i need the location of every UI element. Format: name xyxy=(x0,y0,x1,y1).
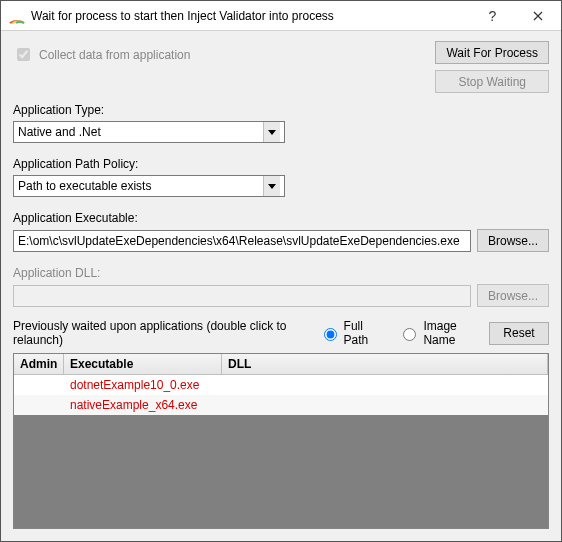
cell-executable: nativeExample_x64.exe xyxy=(64,398,222,412)
browse-executable-button[interactable]: Browse... xyxy=(477,229,549,252)
window-title: Wait for process to start then Inject Va… xyxy=(31,9,470,23)
radio-image-name-label: Image Name xyxy=(423,319,481,347)
path-policy-value: Path to executable exists xyxy=(18,179,151,193)
dll-label: Application DLL: xyxy=(13,266,549,280)
executable-input[interactable]: E:\om\c\svlUpdateExeDependencies\x64\Rel… xyxy=(13,230,471,252)
reset-button[interactable]: Reset xyxy=(489,322,549,345)
radio-full-path-label: Full Path xyxy=(344,319,383,347)
table-row[interactable]: dotnetExample10_0.exe xyxy=(14,375,548,395)
column-admin[interactable]: Admin xyxy=(14,354,64,375)
chevron-down-icon xyxy=(263,122,280,142)
chevron-down-icon xyxy=(263,176,280,196)
table-row[interactable]: nativeExample_x64.exe xyxy=(14,395,548,415)
close-button[interactable] xyxy=(515,1,561,30)
app-icon xyxy=(9,8,25,24)
previous-apps-table: Admin Executable DLL dotnetExample10_0.e… xyxy=(13,353,549,529)
table-body: dotnetExample10_0.exenativeExample_x64.e… xyxy=(14,375,548,415)
wait-for-process-button[interactable]: Wait For Process xyxy=(435,41,549,64)
radio-full-path[interactable]: Full Path xyxy=(319,319,383,347)
application-type-label: Application Type: xyxy=(13,103,549,117)
executable-label: Application Executable: xyxy=(13,211,549,225)
collect-data-checkbox: Collect data from application xyxy=(13,45,190,64)
radio-image-name-input[interactable] xyxy=(403,328,416,341)
stop-waiting-button: Stop Waiting xyxy=(435,70,549,93)
path-policy-label: Application Path Policy: xyxy=(13,157,549,171)
cell-executable: dotnetExample10_0.exe xyxy=(64,378,222,392)
table-header: Admin Executable DLL xyxy=(14,354,548,375)
radio-full-path-input[interactable] xyxy=(324,328,337,341)
collect-data-label: Collect data from application xyxy=(39,48,190,62)
dialog-content: Collect data from application Wait For P… xyxy=(1,31,561,541)
browse-dll-button: Browse... xyxy=(477,284,549,307)
column-executable[interactable]: Executable xyxy=(64,354,222,375)
radio-image-name[interactable]: Image Name xyxy=(398,319,481,347)
column-dll[interactable]: DLL xyxy=(222,354,548,375)
titlebar: Wait for process to start then Inject Va… xyxy=(1,1,561,31)
path-policy-select[interactable]: Path to executable exists xyxy=(13,175,285,197)
collect-data-checkbox-input xyxy=(17,48,30,61)
application-type-select[interactable]: Native and .Net xyxy=(13,121,285,143)
previous-apps-label: Previously waited upon applications (dou… xyxy=(13,319,305,347)
help-button[interactable]: ? xyxy=(470,1,515,30)
application-type-value: Native and .Net xyxy=(18,125,101,139)
dll-input xyxy=(13,285,471,307)
